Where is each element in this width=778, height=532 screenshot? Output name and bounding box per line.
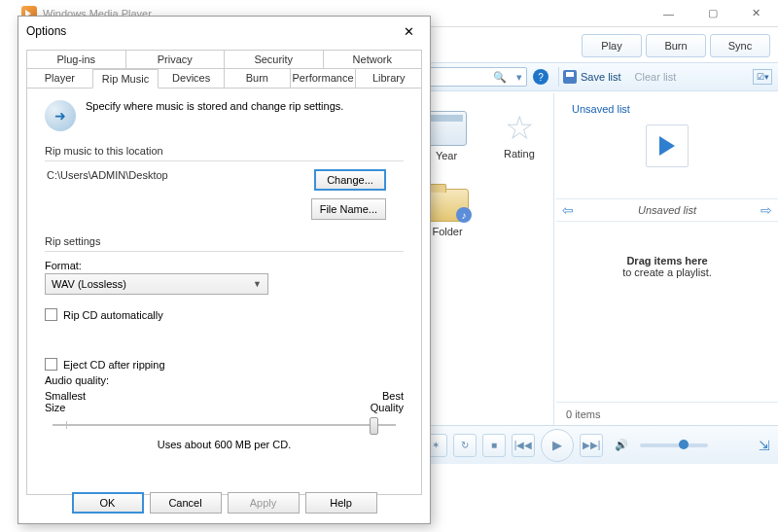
list-options-button[interactable]: ☑▾ [753,69,772,85]
ok-button[interactable]: OK [72,492,144,514]
group-folder-label: Folder [432,226,462,237]
drop-subtitle: to create a playlist. [622,266,712,278]
play-button[interactable]: ▶ [541,429,574,462]
save-icon [563,70,577,84]
tab-player[interactable]: Player [26,68,93,88]
library-toolbar: 🔍 ▾ ? Save list Clear list ☑▾ [416,62,778,91]
tab-plugins[interactable]: Plug-ins [26,50,126,68]
chevron-down-icon: ▼ [253,279,262,289]
group-settings-label: Rip settings [45,235,404,247]
dialog-title: Options [26,24,66,38]
prev-arrow-icon[interactable]: ⇦ [562,202,574,218]
next-button[interactable]: ▶▶| [580,434,603,457]
tab-library[interactable]: Library [355,68,422,88]
rip-music-panel: ➜ Specify where music is stored and chan… [26,89,422,495]
tab-security[interactable]: Security [224,50,324,68]
group-year-label: Year [436,150,457,161]
usage-text: Uses about 600 MB per CD. [45,439,404,450]
dialog-close-button[interactable]: ✕ [395,20,422,42]
play-icon [659,136,675,156]
arrow-icon: ➜ [54,108,66,124]
file-name-button[interactable]: File Name... [311,198,386,220]
playlist-panel: Unsaved list ⇦ Unsaved list ⇨ Drag items… [556,93,778,425]
playlist-icon [646,124,689,167]
playlist-title-link[interactable]: Unsaved list [572,103,630,115]
tab-network[interactable]: Network [323,50,423,68]
tab-burn[interactable]: Burn [224,68,291,88]
tab-burn[interactable]: Burn [646,34,706,57]
tab-row-1: Plug-ins Privacy Security Network [26,50,422,69]
format-value: WAV (Lossless) [52,278,126,290]
tab-performance[interactable]: Performance [290,68,357,88]
save-list-label: Save list [581,71,621,83]
search-icon: 🔍 [487,71,513,84]
slider-thumb[interactable] [370,417,378,435]
group-rating[interactable]: ☆ Rating [504,111,535,161]
chevron-down-icon[interactable]: ▾ [513,71,526,84]
playlist-nav-title: Unsaved list [638,204,696,216]
help-button[interactable]: Help [305,492,377,514]
window-controls: — ▢ ✕ [647,0,778,27]
close-button[interactable]: ✕ [734,0,778,27]
folder-icon: ♪ [426,189,469,222]
mode-tabs: Play Burn Sync [416,31,778,60]
eject-checkbox[interactable]: Eject CD after ripping [45,358,404,371]
group-folder[interactable]: ♪ Folder [426,189,469,237]
stop-button[interactable]: ■ [482,434,506,457]
quality-max-label: Best Quality [371,390,404,413]
checkbox-icon [45,308,57,321]
playlist-drop-zone[interactable]: Drag items here to create a playlist. [556,222,778,311]
panel-description: Specify where music is stored and change… [86,100,343,112]
clear-list-button[interactable]: Clear list [635,71,677,83]
audio-quality-label: Audio quality: [45,374,404,386]
eject-label: Eject CD after ripping [63,359,165,371]
next-arrow-icon[interactable]: ⇨ [760,202,772,218]
dialog-buttons: OK Cancel Apply Help [18,492,430,514]
tab-play[interactable]: Play [582,34,642,57]
audio-quality-slider[interactable] [53,415,396,435]
view-toggle-button[interactable]: ⇲ [759,438,770,453]
playlist-footer: 0 items [556,402,778,425]
cd-icon: ➜ [45,100,76,131]
player-controls: ✶ ↻ ■ |◀◀ ▶ ▶▶| 🔊 ⇲ [416,425,778,464]
save-list-button[interactable]: Save list [563,70,621,84]
tab-sync[interactable]: Sync [710,34,770,57]
group-location-label: Rip music to this location [45,145,404,157]
options-dialog: Options ✕ Plug-ins Privacy Security Netw… [18,16,431,524]
calendar-icon [426,111,467,146]
volume-icon[interactable]: 🔊 [615,439,628,451]
tab-privacy[interactable]: Privacy [125,50,226,68]
checkbox-icon [45,358,57,371]
group-rating-label: Rating [504,148,535,160]
tab-rip-music[interactable]: Rip Music [92,69,159,89]
prev-button[interactable]: |◀◀ [512,434,535,457]
apply-button[interactable]: Apply [228,492,300,514]
music-badge-icon: ♪ [456,207,472,223]
format-label: Format: [45,260,404,271]
maximize-button[interactable]: ▢ [690,0,734,27]
drop-title: Drag items here [626,255,707,266]
tab-devices[interactable]: Devices [158,68,225,88]
minimize-button[interactable]: — [647,0,690,27]
quality-min-label: Smallest Size [45,390,86,413]
group-year[interactable]: Year [426,111,467,161]
rip-auto-label: Rip CD automatically [63,309,163,321]
repeat-button[interactable]: ↻ [453,434,477,457]
cancel-button[interactable]: Cancel [150,492,222,514]
tab-row-2: Player Rip Music Devices Burn Performanc… [26,68,422,89]
star-icon: ☆ [505,111,534,144]
rip-auto-checkbox[interactable]: Rip CD automatically [45,308,404,321]
help-icon[interactable]: ? [533,69,548,85]
format-select[interactable]: WAV (Lossless) ▼ [45,273,268,295]
library-view: Year ☆ Rating ♪ Folder [416,93,554,425]
playlist-nav: ⇦ Unsaved list ⇨ [556,198,778,222]
volume-slider[interactable] [640,443,708,447]
dialog-titlebar: Options ✕ [18,17,430,46]
options-tabs: Plug-ins Privacy Security Network Player… [18,46,430,89]
search-input[interactable]: 🔍 ▾ [420,67,527,87]
divider [558,67,559,87]
volume-thumb[interactable] [679,440,689,449]
change-button[interactable]: Change... [314,169,386,191]
